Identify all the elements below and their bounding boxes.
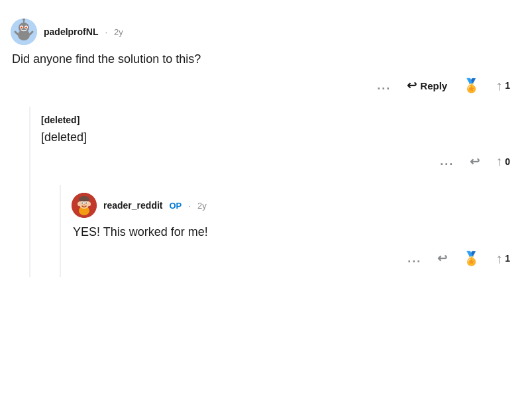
deleted-comment-actions: ... ↩ ↑ 0 xyxy=(41,151,519,172)
svg-point-7 xyxy=(21,26,22,28)
reader-avatar xyxy=(72,193,97,218)
svg-point-8 xyxy=(25,26,26,28)
svg-rect-15 xyxy=(79,198,89,201)
upvote-icon: ↑ xyxy=(496,78,502,93)
svg-point-18 xyxy=(81,203,83,204)
comment-reader: reader_reddit OP · 2y YES! This worked f… xyxy=(72,185,519,277)
reader-award-icon: 🏅 xyxy=(463,250,480,266)
avatar xyxy=(11,19,37,45)
comment-header: padelprofNL · 2y xyxy=(11,19,519,45)
comment-header-reader: reader_reddit OP · 2y xyxy=(72,193,519,218)
upvote-button[interactable]: ↑ 1 xyxy=(492,76,514,96)
award-icon: 🏅 xyxy=(463,78,480,93)
reader-vote-count: 1 xyxy=(505,253,510,264)
comment-body: Did anyone find the solution to this? xyxy=(11,50,519,68)
award-button[interactable]: 🏅 xyxy=(459,75,484,96)
reply-button[interactable]: ↩ Reply xyxy=(403,76,451,95)
reader-username[interactable]: reader_reddit xyxy=(103,200,162,211)
reader-upvote-button[interactable]: ↑ 1 xyxy=(492,248,514,269)
deleted-reply-button[interactable]: ↩ xyxy=(466,152,484,172)
vote-count: 1 xyxy=(505,80,510,91)
svg-point-22 xyxy=(88,202,91,206)
deleted-body: [deleted] xyxy=(41,131,519,144)
reader-reply-button[interactable]: ↩ xyxy=(433,248,451,268)
op-badge: OP xyxy=(169,201,182,211)
reader-upvote-icon: ↑ xyxy=(496,251,502,266)
deleted-upvote-button[interactable]: ↑ 0 xyxy=(492,151,514,172)
deleted-reply-arrow-icon: ↩ xyxy=(470,154,480,169)
deleted-upvote-icon: ↑ xyxy=(496,154,502,169)
dot-separator: · xyxy=(105,27,107,37)
reader-more-button[interactable]: ... xyxy=(403,249,425,268)
comment-deleted: [deleted] [deleted] ... ↩ ↑ 0 xyxy=(41,107,519,180)
reader-reply-arrow-icon: ↩ xyxy=(437,251,447,266)
reader-comment-body: YES! This worked for me! xyxy=(72,223,519,241)
reply-arrow-icon: ↩ xyxy=(407,78,417,93)
comment-actions: ... ↩ Reply 🏅 ↑ 1 xyxy=(11,75,519,96)
reader-dot-separator: · xyxy=(188,201,191,211)
deleted-vote-count: 0 xyxy=(505,156,510,167)
svg-point-19 xyxy=(85,203,87,204)
reader-comment-actions: ... ↩ 🏅 ↑ 1 xyxy=(72,248,519,269)
username[interactable]: padelprofNL xyxy=(44,26,98,37)
svg-point-20 xyxy=(83,204,85,205)
deleted-more-button[interactable]: ... xyxy=(436,152,458,171)
nested-comments: [deleted] [deleted] ... ↩ ↑ 0 xyxy=(29,107,519,277)
svg-point-21 xyxy=(78,202,80,206)
reader-award-button[interactable]: 🏅 xyxy=(459,248,484,269)
comment-header-deleted: [deleted] xyxy=(41,115,519,125)
timestamp: 2y xyxy=(114,27,123,37)
nested-comment-reader: reader_reddit OP · 2y YES! This worked f… xyxy=(60,185,519,277)
more-button[interactable]: ... xyxy=(373,76,395,95)
deleted-username: [deleted] xyxy=(41,115,80,125)
reader-timestamp: 2y xyxy=(197,201,207,211)
comment-padelprofnl: padelprofNL · 2y Did anyone find the sol… xyxy=(11,11,519,104)
reply-label: Reply xyxy=(420,80,447,91)
